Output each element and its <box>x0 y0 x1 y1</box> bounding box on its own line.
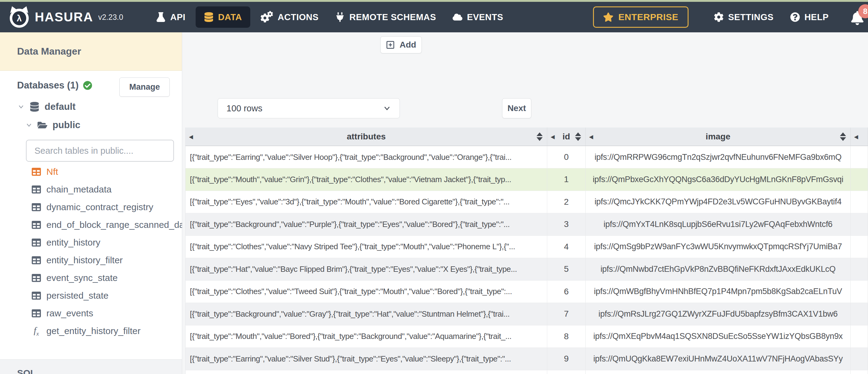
cell-image[interactable]: ipfs://QmPbxeGcXhYQQNgsC6a36dDyYUcHgMLnG… <box>585 168 850 191</box>
nav-item-remote-schemas[interactable]: REMOTE SCHEMAS <box>327 2 444 32</box>
cell-id[interactable]: 0 <box>547 146 586 168</box>
chevron-down-icon[interactable] <box>26 122 32 128</box>
databases-row: Databases (1) Manage <box>0 80 182 91</box>
table-item[interactable]: entity_history_filter <box>0 251 182 269</box>
column-label: id <box>562 132 570 141</box>
cell-image[interactable]: ipfs://QmYxT4LnK8sqLupjbS6eRvu1si7Ly2wFQ… <box>585 213 850 236</box>
gears-icon <box>260 11 273 23</box>
tree-node-database[interactable]: default <box>18 101 182 112</box>
cell-image[interactable]: ipfs://QmWBgfBhyVmHNhBfEQ7p1P4Mpn7pm5b8K… <box>585 280 850 303</box>
cell-attributes[interactable]: [{"trait_type":"Eyes","value":"3d"},{"tr… <box>186 191 547 213</box>
notifications-button[interactable]: 8 <box>850 8 866 26</box>
cell-image[interactable]: ipfs://QmcJYkCKK7QPmYWjp4FD2e3Lv5WCGFuHN… <box>585 191 850 213</box>
cell-attributes[interactable]: [{"trait_type":"Clothes","value":"Navy S… <box>186 236 547 258</box>
table-item[interactable]: end_of_block_range_scanned_data <box>0 216 182 234</box>
table-row[interactable]: [{"trait_type":"Clothes","value":"Navy S… <box>186 236 868 258</box>
nav-item-api[interactable]: API <box>148 2 194 32</box>
manage-button[interactable]: Manage <box>119 77 170 97</box>
collapse-column-icon[interactable] <box>189 133 193 140</box>
nav-item-actions[interactable]: ACTIONS <box>252 2 327 32</box>
table-row[interactable]: [{"trait_type":"Background","value":"Gra… <box>186 303 868 325</box>
sort-icon[interactable] <box>536 132 542 141</box>
table-item[interactable]: raw_events <box>0 305 182 322</box>
column-header-clipped[interactable] <box>850 127 868 146</box>
chevron-down-icon[interactable] <box>18 103 24 110</box>
cell-attributes <box>186 370 547 374</box>
table-item-label: entity_history <box>46 237 100 248</box>
table-item[interactable]: entity_history <box>0 234 182 251</box>
table-row[interactable]: [{"trait_type":"Clothes","value":"Tweed … <box>186 280 868 303</box>
next-page-button[interactable]: Next <box>502 98 531 118</box>
cell-id[interactable]: 1 <box>547 168 586 191</box>
cell-id[interactable]: 7 <box>547 303 586 325</box>
table-row-highlighted[interactable]: [{"trait_type":"Mouth","value":"Grin"},{… <box>186 168 868 191</box>
sidebar-footer-sql[interactable]: SQL <box>0 360 182 374</box>
add-button-label: Add <box>400 40 416 50</box>
column-header-attributes[interactable]: attributes <box>186 127 547 146</box>
cell-attributes[interactable]: [{"trait_type":"Earring","value":"Silver… <box>186 348 547 370</box>
table-item-label: Nft <box>46 166 58 177</box>
cell-image[interactable]: ipfs://QmSg9bPzW9anFYc3wWU5KnvymwkxQTpmq… <box>585 236 850 258</box>
table-item-label: raw_events <box>46 308 93 318</box>
sort-icon[interactable] <box>840 132 846 141</box>
cell-id[interactable]: 3 <box>547 213 586 236</box>
rows-table: attributes id image <box>185 127 868 374</box>
table-row[interactable]: [{"trait_type":"Background","value":"Pur… <box>186 213 868 236</box>
table-item[interactable]: persisted_state <box>0 287 182 305</box>
enterprise-button[interactable]: ENTERPRISE <box>593 6 688 28</box>
nav-item-settings[interactable]: SETTINGS <box>706 2 782 32</box>
table-row[interactable]: [{"trait_type":"Eyes","value":"3d"},{"tr… <box>186 191 868 213</box>
table-item[interactable]: dynamic_contract_registry <box>0 198 182 216</box>
cell-id[interactable]: 5 <box>547 258 586 281</box>
table-row[interactable]: [{"trait_type":"Mouth","value":"Bored"},… <box>186 325 868 348</box>
databases-heading: Databases (1) <box>17 80 92 91</box>
function-item[interactable]: fx get_entity_history_filter <box>0 322 182 340</box>
cell-clipped <box>850 146 868 168</box>
column-header-image[interactable]: image <box>585 127 850 146</box>
cell-id[interactable]: 6 <box>547 280 586 303</box>
table-item-label: chain_metadata <box>46 184 112 195</box>
cell-clipped <box>850 236 868 258</box>
nav-item-help[interactable]: HELP <box>782 2 837 32</box>
cell-image[interactable]: ipfs://QmRRPWG96cmgTn2qSzjwr2qvfNEuhunv6… <box>585 146 850 168</box>
collapse-column-icon[interactable] <box>854 133 858 140</box>
nav-label: REMOTE SCHEMAS <box>349 12 436 22</box>
search-tables-input[interactable] <box>26 140 174 162</box>
cell-image[interactable]: ipfs://QmNwbd7ctEhGpVkP8nZvBBQfiNeFKRdxf… <box>585 258 850 281</box>
add-row-button[interactable]: Add <box>380 36 422 53</box>
cell-clipped <box>850 191 868 213</box>
cell-image[interactable]: ipfs://QmUQgKka8EW7exiUHnMwZ4UoXA11wV7NF… <box>585 348 850 370</box>
table-item-nft[interactable]: Nft <box>0 163 182 181</box>
table-item[interactable]: chain_metadata <box>0 181 182 198</box>
cell-attributes[interactable]: [{"trait_type":"Mouth","value":"Grin"},{… <box>186 168 547 191</box>
cell-image[interactable]: ipfs://QmXEqPbvM4aq1SQSXN8DSuEcSo5SseYW1… <box>585 325 850 348</box>
cell-id[interactable]: 4 <box>547 236 586 258</box>
cell-attributes[interactable]: [{"trait_type":"Background","value":"Pur… <box>186 213 547 236</box>
collapse-column-icon[interactable] <box>551 133 555 140</box>
table-row[interactable]: [{"trait_type":"Earring","value":"Silver… <box>186 146 868 168</box>
rows-per-page-select[interactable]: 100 rows <box>218 98 400 118</box>
nav-label: EVENTS <box>467 12 503 22</box>
tables-list: Nft chain_metadata dynamic_contract_regi… <box>0 163 182 340</box>
cell-id[interactable]: 8 <box>547 325 586 348</box>
column-header-id[interactable]: id <box>547 127 586 146</box>
question-circle-icon <box>790 12 800 22</box>
cell-attributes[interactable]: [{"trait_type":"Earring","value":"Silver… <box>186 146 547 168</box>
cell-attributes[interactable]: [{"trait_type":"Background","value":"Gra… <box>186 303 547 325</box>
nav-item-events[interactable]: EVENTS <box>444 2 512 32</box>
tree-node-schema[interactable]: public <box>26 120 182 131</box>
table-icon <box>32 167 41 176</box>
cell-attributes[interactable]: [{"trait_type":"Clothes","value":"Tweed … <box>186 280 547 303</box>
table-item[interactable]: event_sync_state <box>0 269 182 287</box>
hasura-logo-icon: λ <box>8 6 31 28</box>
table-row[interactable]: [{"trait_type":"Earring","value":"Silver… <box>186 348 868 370</box>
nav-item-data[interactable]: DATA <box>196 6 250 28</box>
cell-id[interactable]: 2 <box>547 191 586 213</box>
cell-id[interactable]: 9 <box>547 348 586 370</box>
cell-image[interactable]: ipfs://QmRsJLrg27GQ1ZWyrXZFuJFdU5bapfzsy… <box>585 303 850 325</box>
sort-icon[interactable] <box>575 132 581 141</box>
cell-attributes[interactable]: [{"trait_type":"Hat","value":"Bayc Flipp… <box>186 258 547 281</box>
collapse-column-icon[interactable] <box>589 133 593 140</box>
table-row[interactable]: [{"trait_type":"Hat","value":"Bayc Flipp… <box>186 258 868 281</box>
cell-attributes[interactable]: [{"trait_type":"Mouth","value":"Bored"},… <box>186 325 547 348</box>
